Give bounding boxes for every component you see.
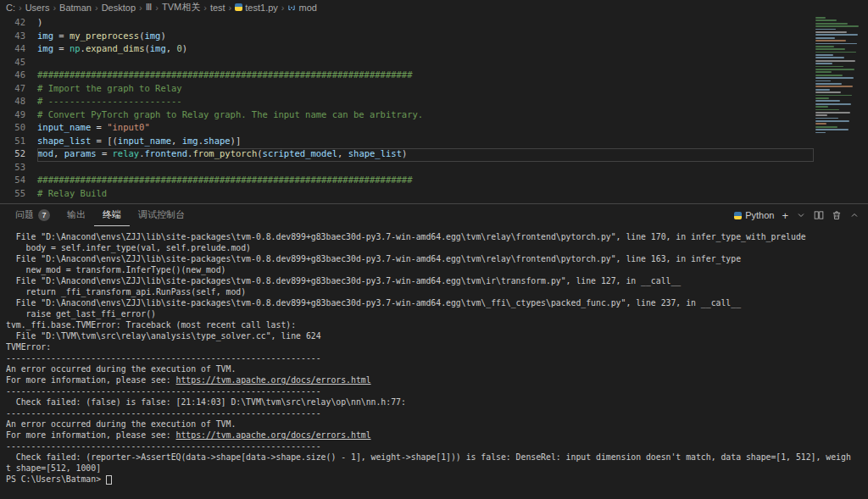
new-terminal-button[interactable]: + bbox=[782, 209, 788, 222]
minimap-line bbox=[815, 100, 840, 102]
code-line[interactable]: 46######################################… bbox=[0, 69, 868, 83]
line-number: 53 bbox=[0, 162, 25, 175]
python-file-icon bbox=[235, 3, 242, 11]
minimap-line bbox=[815, 69, 854, 70]
panel-tab-label: 终端 bbox=[103, 208, 121, 221]
line-number: 42 bbox=[0, 17, 25, 30]
kill-terminal-trash-icon[interactable] bbox=[832, 210, 842, 220]
code-line[interactable]: 54######################################… bbox=[0, 175, 868, 188]
breadcrumb-label: Desktop bbox=[102, 3, 136, 13]
minimap[interactable] bbox=[815, 17, 866, 135]
breadcrumb-separator: › bbox=[229, 3, 232, 13]
terminal-line: body = self.infer_type(val, self.prelude… bbox=[6, 242, 868, 253]
panel-tab-debug-console[interactable]: 调试控制台 bbox=[130, 204, 193, 226]
minimap-line bbox=[815, 63, 832, 64]
breadcrumb-item[interactable]: TVM相关 bbox=[162, 1, 200, 14]
terminal-prompt: PS C:\Users\Batman> bbox=[6, 474, 106, 484]
code-line[interactable]: 42) bbox=[0, 17, 868, 30]
panel-header: 问题7输出终端调试控制台 Python + bbox=[0, 204, 868, 226]
terminal-output[interactable]: File "D:\Anacond\envs\ZJJ\lib\site-packa… bbox=[0, 226, 868, 485]
terminal-link[interactable]: https://tvm.apache.org/docs/errors.html bbox=[176, 430, 371, 440]
breadcrumb-item[interactable]: mod bbox=[287, 3, 316, 13]
line-number: 45 bbox=[0, 57, 25, 70]
minimap-line bbox=[815, 126, 837, 128]
line-number: 55 bbox=[0, 188, 25, 202]
breadcrumb-item[interactable]: Batman bbox=[59, 3, 92, 13]
breadcrumb-label: test bbox=[210, 3, 225, 13]
maximize-panel-chevron-up-icon[interactable] bbox=[849, 210, 860, 220]
minimap-line bbox=[815, 114, 827, 116]
breadcrumb-separator: › bbox=[95, 3, 98, 13]
breadcrumb-item[interactable]: Users bbox=[25, 3, 50, 13]
code-line-text: img = np.expand_dims(img, 0) bbox=[37, 43, 814, 57]
code-line[interactable]: 43img = my_preprocess(img) bbox=[0, 30, 868, 44]
terminal-line: return _ffi_transform_api.RunPass(self, … bbox=[6, 286, 868, 297]
line-number: 46 bbox=[0, 69, 25, 83]
code-editor[interactable]: 42)43img = my_preprocess(img)44img = np.… bbox=[0, 14, 868, 203]
breadcrumb-label: Users bbox=[25, 3, 50, 13]
code-line[interactable]: 50input_name = "input0" bbox=[0, 122, 868, 136]
panel-tab-label: 调试控制台 bbox=[138, 208, 185, 221]
terminal-profile-chevron-down-icon[interactable] bbox=[796, 210, 806, 220]
breadcrumb-item[interactable]: C: bbox=[6, 3, 15, 13]
panel-tab-problems[interactable]: 问题7 bbox=[7, 204, 58, 226]
minimap-line bbox=[815, 112, 850, 114]
terminal-line: File "D:\TVM\tvm\src\relay\analysis\type… bbox=[6, 330, 868, 341]
breadcrumb-separator: › bbox=[19, 3, 22, 13]
code-line-text: shape_list = [(input_name, img.shape)] bbox=[37, 136, 814, 149]
terminal-prompt-line: PS C:\Users\Batman> bbox=[6, 474, 868, 485]
terminal-line: ----------------------------------------… bbox=[6, 385, 868, 396]
breadcrumb-separator: › bbox=[139, 3, 142, 13]
code-line[interactable]: 51shape_list = [(input_name, img.shape)] bbox=[0, 136, 868, 149]
vscode-window: C:›Users›Batman›Desktop›Ⅲ›TVM相关›test›tes… bbox=[0, 0, 868, 499]
line-number: 47 bbox=[0, 83, 25, 97]
minimap-line bbox=[815, 86, 853, 87]
terminal-line: File "D:\Anacond\envs\ZJJ\lib\site-packa… bbox=[6, 253, 868, 264]
split-terminal-icon[interactable] bbox=[814, 210, 824, 220]
panel-tab-label: 输出 bbox=[67, 208, 86, 221]
minimap-line bbox=[815, 37, 835, 39]
code-line[interactable]: 49# Convert PyTorch graph to Relay graph… bbox=[0, 109, 868, 123]
panel-tab-output[interactable]: 输出 bbox=[58, 204, 94, 226]
code-line[interactable]: 48# ------------------------- bbox=[0, 96, 868, 109]
panel-tab-terminal[interactable]: 终端 bbox=[94, 204, 130, 226]
code-line[interactable]: 47# Import the graph to Relay bbox=[0, 83, 868, 97]
code-line[interactable]: 44img = np.expand_dims(img, 0) bbox=[0, 43, 868, 57]
code-line-text bbox=[37, 57, 814, 70]
terminal-line: For more information, please see: https:… bbox=[6, 374, 868, 385]
minimap-line bbox=[815, 83, 842, 85]
minimap-line bbox=[815, 106, 828, 108]
minimap-line bbox=[815, 23, 848, 25]
breadcrumb-label: mod bbox=[298, 3, 316, 13]
minimap-line bbox=[815, 52, 856, 53]
breadcrumb-item[interactable]: Desktop bbox=[102, 3, 136, 13]
code-line-text: # Import the graph to Relay bbox=[37, 83, 814, 97]
terminal-line: ----------------------------------------… bbox=[6, 408, 868, 419]
minimap-line bbox=[815, 129, 849, 130]
minimap-line bbox=[815, 91, 841, 93]
terminal-line: Check failed: (reporter->AssertEQ(data->… bbox=[6, 452, 868, 463]
code-line-text: ) bbox=[37, 17, 814, 30]
breadcrumb-item[interactable]: test bbox=[210, 3, 225, 13]
shell-selector[interactable]: Python bbox=[734, 210, 774, 220]
minimap-line bbox=[815, 46, 834, 47]
code-line-text: ########################################… bbox=[37, 69, 814, 83]
code-line[interactable]: 45 bbox=[0, 57, 868, 70]
minimap-line bbox=[815, 48, 845, 50]
breadcrumb-label: C: bbox=[6, 3, 15, 13]
minimap-line bbox=[815, 123, 826, 125]
minimap-line bbox=[815, 77, 854, 79]
problems-count-badge: 7 bbox=[38, 209, 50, 221]
minimap-line bbox=[815, 75, 843, 76]
code-line[interactable]: 53 bbox=[0, 162, 868, 175]
terminal-link[interactable]: https://tvm.apache.org/docs/errors.html bbox=[176, 375, 371, 385]
code-line[interactable]: 55# Relay Build bbox=[0, 188, 868, 202]
code-line-text: ########################################… bbox=[37, 175, 814, 188]
breadcrumb-item[interactable]: Ⅲ bbox=[146, 2, 153, 13]
terminal-line: tvm._ffi.base.TVMError: Traceback (most … bbox=[6, 319, 868, 330]
code-line[interactable]: 52mod, params = relay.frontend.from_pyto… bbox=[0, 148, 868, 162]
minimap-line bbox=[815, 97, 829, 99]
breadcrumb[interactable]: C:›Users›Batman›Desktop›Ⅲ›TVM相关›test›tes… bbox=[0, 0, 868, 14]
terminal-line: File "D:\Anacond\envs\ZJJ\lib\site-packa… bbox=[6, 231, 868, 242]
breadcrumb-item[interactable]: test1.py bbox=[235, 3, 278, 13]
